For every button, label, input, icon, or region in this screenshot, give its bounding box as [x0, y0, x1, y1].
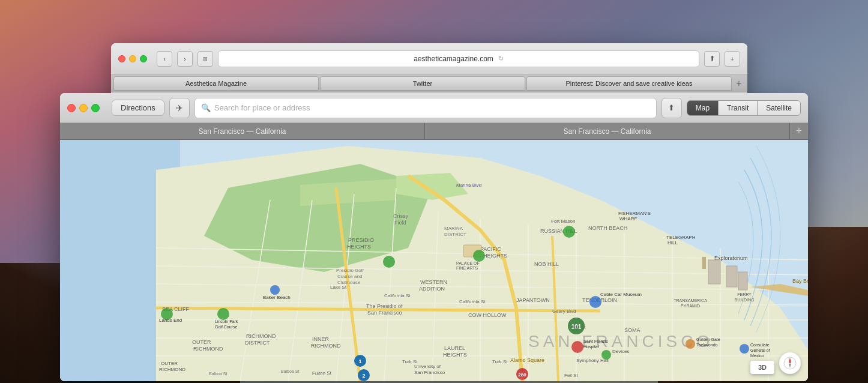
svg-text:Fell St: Fell St	[564, 373, 578, 378]
svg-text:Fulton St: Fulton St	[312, 370, 332, 376]
svg-text:PALACE OFFINE ARTS: PALACE OFFINE ARTS	[456, 261, 480, 270]
svg-text:Balboa St: Balboa St	[209, 372, 227, 376]
maps-minimize-button[interactable]	[79, 104, 88, 112]
svg-rect-95	[708, 260, 720, 284]
svg-text:Turk St: Turk St	[402, 359, 418, 364]
maps-tab-sf-2[interactable]: San Francisco — California	[425, 123, 790, 139]
svg-point-100	[473, 250, 485, 262]
svg-text:SOMA: SOMA	[624, 327, 640, 333]
svg-text:Baker Beach: Baker Beach	[263, 295, 291, 300]
svg-rect-98	[702, 257, 706, 269]
svg-text:Lake St: Lake St	[330, 285, 347, 290]
maps-search-bar[interactable]: 🔍 Search for place or address	[194, 98, 657, 118]
svg-text:Devices: Devices	[612, 349, 629, 354]
svg-text:Geary Blvd: Geary Blvd	[552, 309, 576, 314]
safari-url-bar[interactable]: aestheticamagazine.com ↻	[218, 50, 699, 67]
safari-forward-button[interactable]: ›	[177, 51, 193, 67]
safari-close-button[interactable]	[118, 55, 125, 62]
svg-text:1: 1	[358, 358, 361, 364]
svg-text:NORTH BEACH: NORTH BEACH	[588, 225, 627, 231]
svg-text:Balboa St: Balboa St	[281, 369, 299, 373]
svg-text:PRESIDIOHEIGHTS: PRESIDIOHEIGHTS	[347, 237, 374, 250]
svg-text:NOB HILL: NOB HILL	[534, 261, 559, 267]
maps-view-satellite-button[interactable]: Satellite	[758, 101, 800, 115]
svg-text:JAPANTOWN: JAPANTOWN	[516, 297, 550, 303]
svg-text:COW HOLLOW: COW HOLLOW	[468, 312, 507, 318]
svg-point-58	[589, 296, 601, 308]
svg-text:Presidio GolfCourse andClubhou: Presidio GolfCourse andClubhouse	[336, 268, 364, 285]
maps-location-button[interactable]: ✈	[169, 98, 190, 118]
svg-rect-96	[726, 266, 737, 287]
svg-text:SAN FRANCISCO: SAN FRANCISCO	[528, 332, 713, 351]
svg-text:Bay Bridge: Bay Bridge	[792, 278, 808, 284]
maps-view-map-button[interactable]: Map	[687, 101, 719, 115]
svg-text:2: 2	[362, 373, 365, 379]
svg-text:Lands End: Lands End	[159, 318, 182, 323]
safari-tab-bar: Aesthetica Magazine Twitter Pinterest: D…	[111, 74, 747, 92]
maps-search-icon: 🔍	[201, 103, 211, 112]
safari-tab-twitter[interactable]: Twitter	[320, 76, 525, 91]
maps-tab-sf-1[interactable]: San Francisco — California	[60, 123, 425, 139]
svg-point-60	[571, 341, 583, 353]
safari-new-tab-button[interactable]: +	[725, 51, 740, 67]
svg-text:Turk St: Turk St	[492, 359, 508, 364]
safari-traffic-lights	[118, 55, 147, 62]
svg-text:Cable Car Museum: Cable Car Museum	[600, 292, 642, 297]
svg-point-94	[563, 226, 575, 238]
svg-text:LAURELHEIGHTS: LAURELHEIGHTS	[443, 345, 467, 358]
svg-rect-97	[738, 272, 747, 290]
svg-point-62	[740, 344, 749, 354]
safari-add-tab-button[interactable]: +	[733, 77, 745, 89]
maps-traffic-lights	[67, 104, 100, 112]
map-svg: 101 Bay Bridge Exploratorium SAN FRANCIS…	[60, 140, 808, 381]
svg-text:University ofSan Francisco: University ofSan Francisco	[414, 364, 445, 375]
svg-text:California St: California St	[384, 293, 411, 298]
maps-share-button[interactable]: ⬆	[662, 98, 682, 118]
svg-point-99	[383, 256, 395, 268]
safari-share-button[interactable]: ⬆	[704, 51, 720, 67]
maps-close-button[interactable]	[67, 104, 76, 112]
maps-tab-bar: San Francisco — California San Francisco…	[60, 123, 808, 140]
svg-text:California St: California St	[459, 299, 486, 304]
safari-toolbar: ‹ › ⊞ aestheticamagazine.com ↻ ⬆ +	[111, 43, 747, 74]
svg-point-72	[217, 308, 229, 320]
maps-location-icon: ✈	[176, 103, 183, 113]
svg-point-86	[270, 285, 280, 295]
svg-text:WESTERNADDITION: WESTERNADDITION	[419, 279, 447, 292]
safari-tab-pinterest[interactable]: Pinterest: Discover and save creative id…	[526, 76, 732, 91]
maps-3d-button[interactable]: 3D	[750, 361, 774, 374]
maps-view-buttons: Map Transit Satellite	[687, 100, 801, 116]
safari-reload-icon[interactable]: ↻	[498, 55, 504, 62]
maps-fullscreen-button[interactable]	[91, 104, 100, 112]
safari-show-tabs-button[interactable]: ⊞	[197, 51, 213, 67]
maps-window: Directions ✈ 🔍 Search for place or addre…	[60, 93, 808, 381]
svg-point-64	[686, 339, 695, 349]
svg-text:280: 280	[518, 372, 526, 378]
svg-point-70	[601, 350, 611, 360]
svg-text:N: N	[789, 358, 791, 361]
svg-text:The Presidio ofSan Francisco: The Presidio ofSan Francisco	[366, 303, 403, 316]
maps-view-transit-button[interactable]: Transit	[719, 101, 758, 115]
safari-fullscreen-button[interactable]	[140, 55, 147, 62]
safari-back-button[interactable]: ‹	[157, 51, 172, 67]
svg-text:Alamo Square: Alamo Square	[510, 357, 544, 363]
safari-url-text: aestheticamagazine.com	[414, 55, 493, 63]
maps-compass-button[interactable]: N	[779, 352, 801, 374]
safari-minimize-button[interactable]	[129, 55, 136, 62]
maps-toolbar: Directions ✈ 🔍 Search for place or addre…	[60, 93, 808, 123]
maps-add-tab-button[interactable]: +	[790, 123, 808, 139]
maps-share-icon: ⬆	[668, 103, 675, 112]
maps-search-placeholder: Search for place or address	[214, 103, 310, 112]
safari-tab-aesthetica[interactable]: Aesthetica Magazine	[113, 76, 319, 91]
svg-text:Marina Blvd: Marina Blvd	[456, 182, 481, 188]
svg-text:Fort Mason: Fort Mason	[551, 219, 575, 224]
maps-directions-button[interactable]: Directions	[112, 100, 164, 116]
maps-content[interactable]: 101 Bay Bridge Exploratorium SAN FRANCIS…	[60, 140, 808, 381]
svg-text:Pine St: Pine St	[570, 325, 586, 330]
